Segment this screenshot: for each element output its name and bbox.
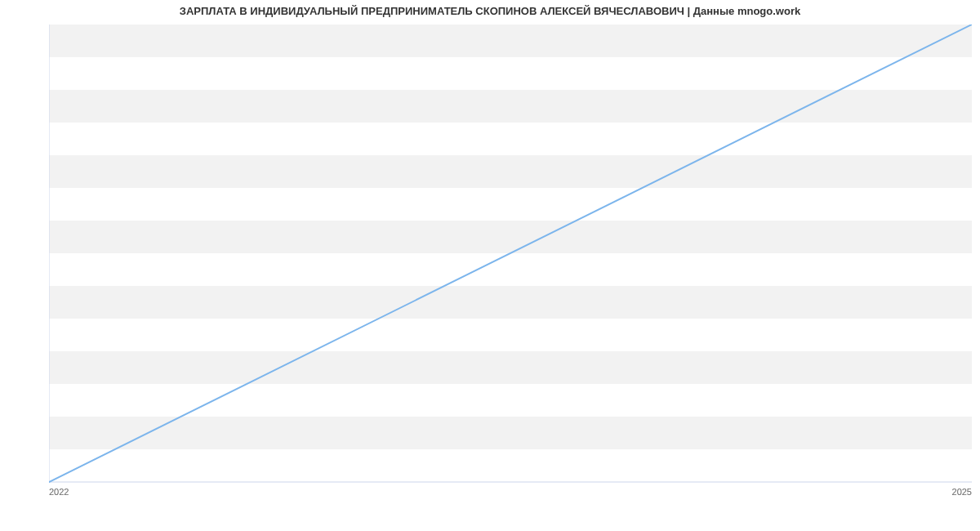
chart-svg: 3200034000360003800040000420004400046000… (49, 25, 972, 498)
grid-band (49, 351, 972, 384)
grid-band (49, 221, 972, 253)
grid-band (49, 155, 972, 188)
grid-band (49, 286, 972, 319)
x-tick: 2022 (49, 487, 69, 497)
svg-text:2025: 2025 (952, 487, 972, 497)
grid-band (49, 417, 972, 449)
chart-container: ЗАРПЛАТА В ИНДИВИДУАЛЬНЫЙ ПРЕДПРИНИМАТЕЛ… (0, 0, 980, 531)
x-tick: 2025 (952, 487, 972, 497)
svg-text:2022: 2022 (49, 487, 69, 497)
grid-band (49, 25, 972, 57)
chart-title: ЗАРПЛАТА В ИНДИВИДУАЛЬНЫЙ ПРЕДПРИНИМАТЕЛ… (0, 5, 980, 17)
grid-band (49, 90, 972, 123)
plot-area: 3200034000360003800040000420004400046000… (49, 25, 972, 498)
